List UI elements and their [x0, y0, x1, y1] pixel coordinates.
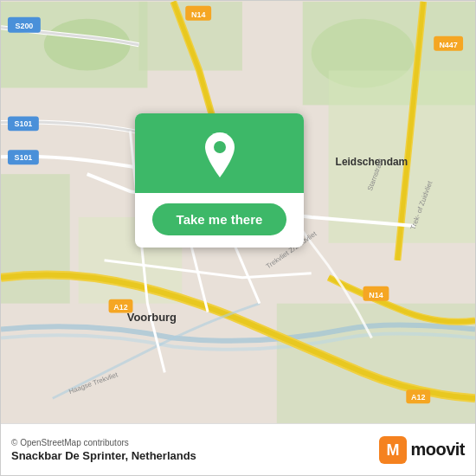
location-info: © OpenStreetMap contributors Snackbar De… — [11, 438, 196, 462]
moovit-icon: M — [379, 436, 407, 464]
svg-text:S101: S101 — [14, 153, 32, 162]
osm-credit: © OpenStreetMap contributors — [11, 438, 196, 447]
svg-text:S101: S101 — [14, 119, 32, 128]
moovit-logo: M moovit — [379, 436, 465, 464]
svg-rect-6 — [1, 174, 70, 303]
svg-text:A12: A12 — [113, 303, 127, 312]
pin-icon-area — [135, 113, 304, 193]
svg-text:N447: N447 — [439, 41, 457, 49]
location-name: Snackbar De Sprinter, Netherlands — [11, 449, 196, 462]
moovit-text: moovit — [410, 440, 465, 460]
bottom-bar: © OpenStreetMap contributors Snackbar De… — [1, 423, 475, 475]
svg-text:Voorburg: Voorburg — [127, 311, 177, 324]
location-pin-icon — [200, 132, 240, 177]
svg-text:N14: N14 — [369, 291, 383, 299]
svg-point-32 — [214, 141, 226, 153]
map-background[interactable]: S200 S101 S101 N14 N447 N14 A12 A12 Voor… — [1, 1, 475, 425]
svg-text:A12: A12 — [411, 393, 425, 402]
take-me-there-button[interactable]: Take me there — [152, 203, 287, 235]
svg-text:S200: S200 — [15, 22, 33, 30]
svg-text:N14: N14 — [191, 10, 205, 19]
svg-text:Leidschendam: Leidschendam — [336, 156, 408, 168]
map-container: S200 S101 S101 N14 N447 N14 A12 A12 Voor… — [0, 0, 476, 476]
svg-point-9 — [44, 19, 131, 71]
take-me-there-card[interactable]: Take me there — [135, 113, 304, 248]
svg-text:M: M — [387, 441, 400, 459]
